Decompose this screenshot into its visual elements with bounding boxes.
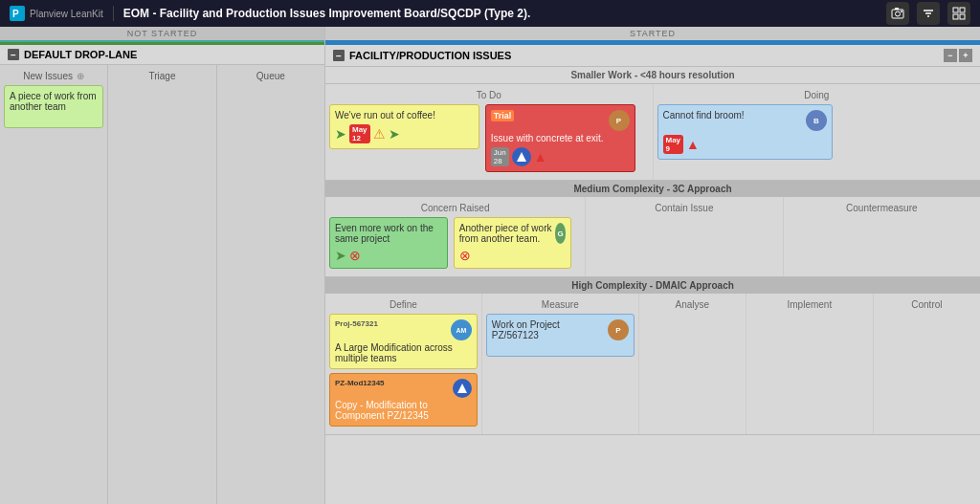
triage-header: Triage bbox=[112, 69, 212, 85]
card-work-avatar: P bbox=[608, 319, 629, 340]
svg-rect-9 bbox=[953, 8, 958, 12]
up-chevron-icon2: ▲ bbox=[686, 137, 700, 152]
implement-sublane: Implement bbox=[746, 294, 874, 434]
header-icons bbox=[886, 2, 970, 25]
card-trial-concrete[interactable]: Trial P Issue with concrete at exit. Jun… bbox=[485, 104, 635, 172]
card-pz-id: PZ-Mod12345 bbox=[335, 379, 385, 387]
collapse-fp-btn[interactable]: − bbox=[333, 50, 345, 61]
svg-marker-14 bbox=[457, 383, 467, 393]
countermeasure-header: Countermeasure bbox=[788, 201, 976, 217]
card-trial-id: Trial bbox=[491, 110, 515, 121]
card-proj-avatar: AM bbox=[451, 319, 472, 340]
card-even-more-footer: ➤ ⊗ bbox=[335, 248, 442, 263]
fp-action-plus-btn[interactable]: + bbox=[959, 49, 972, 62]
card-pz-top: PZ-Mod12345 bbox=[335, 379, 472, 398]
card-coffee[interactable]: We've run out of coffee! ➤ May12 ⚠ ➤ bbox=[329, 104, 479, 149]
high-complexity-header: High Complexity - DMAIC Approach bbox=[325, 277, 980, 294]
warning-icon: ⚠ bbox=[373, 126, 386, 142]
card-proj-id: Proj-567321 bbox=[335, 319, 378, 328]
card-pz-text: Copy - Modification to Component PZ/1234… bbox=[335, 400, 472, 421]
concern-raised-sublane: Concern Raised Even more work on the sam… bbox=[325, 197, 586, 276]
fp-lane-title: FACILITY/PRODUCTION ISSUES bbox=[349, 50, 511, 61]
card-another-avatar: G bbox=[555, 223, 567, 244]
started-label: STARTED bbox=[325, 27, 980, 42]
svg-point-5 bbox=[901, 11, 902, 12]
card-trial-top: Trial P bbox=[491, 110, 630, 131]
arrow-green-icon: ➤ bbox=[335, 248, 346, 263]
medium-complexity-header: Medium Complexity - 3C Approach bbox=[325, 181, 980, 197]
svg-rect-4 bbox=[895, 8, 899, 10]
fp-action-minus-btn[interactable]: − bbox=[944, 49, 957, 62]
fp-content: Smaller Work - <48 hours resolution To D… bbox=[325, 67, 980, 504]
swim-lane-medium: Medium Complexity - 3C Approach Concern … bbox=[325, 181, 980, 277]
measure-sublane: Measure Work on Project PZ/567123 P bbox=[482, 294, 639, 434]
not-started-label: NOT STARTED bbox=[0, 27, 324, 42]
card-broom-footer: May9 ▲ bbox=[663, 135, 827, 154]
new-issues-lane: New Issues ⊕ A piece of work from anothe… bbox=[0, 65, 108, 504]
right-panel: STARTED − FACILITY/PRODUCTION ISSUES − +… bbox=[325, 27, 980, 504]
card-work-another-team[interactable]: A piece of work from another team bbox=[4, 85, 103, 128]
x-circle-icon2: ⊗ bbox=[459, 248, 471, 263]
arrow-right2-icon: ➤ bbox=[389, 126, 400, 142]
triage-lane: Triage bbox=[108, 65, 216, 504]
camera-icon-btn[interactable] bbox=[886, 2, 909, 25]
contain-issue-header: Contain Issue bbox=[590, 201, 778, 217]
smaller-work-sublanes: To Do We've run out of coffee! ➤ May12 ⚠… bbox=[325, 84, 980, 180]
todo-header: To Do bbox=[329, 88, 649, 104]
control-sublane: Control bbox=[874, 294, 980, 434]
card-pzmod12345[interactable]: PZ-Mod12345 Copy - Modification to Compo… bbox=[329, 373, 478, 427]
date-may12-badge: May12 bbox=[349, 124, 370, 143]
svg-text:P: P bbox=[12, 9, 19, 19]
grid-icon-btn[interactable] bbox=[947, 2, 970, 25]
card-another-top: Another piece of work from another team.… bbox=[459, 223, 567, 244]
queue-lane: Queue bbox=[217, 65, 324, 504]
filter-icon-btn[interactable] bbox=[917, 2, 940, 25]
countermeasure-sublane: Countermeasure bbox=[784, 197, 980, 276]
card-another-text: Another piece of work from another team. bbox=[459, 223, 555, 244]
left-sublanes: New Issues ⊕ A piece of work from anothe… bbox=[0, 65, 324, 504]
new-issues-add-icon[interactable]: ⊕ bbox=[77, 71, 84, 81]
card-proj-text: A Large Modification across multiple tea… bbox=[335, 342, 472, 363]
app-header: P Planview LeanKit EOM - Facility and Pr… bbox=[0, 0, 980, 27]
collapse-left-btn[interactable]: − bbox=[8, 49, 19, 60]
control-header: Control bbox=[878, 297, 976, 314]
medium-sublanes: Concern Raised Even more work on the sam… bbox=[325, 197, 980, 276]
card-proj-top: Proj-567321 AM bbox=[335, 319, 472, 340]
camera-icon bbox=[891, 7, 904, 20]
card-another-piece[interactable]: Another piece of work from another team.… bbox=[454, 217, 572, 269]
card-trial-footer: Jun28 ▲ bbox=[491, 147, 630, 166]
card-proj567321[interactable]: Proj-567321 AM A Large Modification acro… bbox=[329, 314, 478, 369]
swim-lane-smaller-work: Smaller Work - <48 hours resolution To D… bbox=[325, 67, 980, 181]
filter-icon bbox=[922, 7, 935, 20]
card-even-more-work[interactable]: Even more work on the same project ➤ ⊗ bbox=[329, 217, 448, 269]
doing-sublane: Doing Cannot find broom! B May9 ▲ bbox=[654, 84, 981, 180]
card-another-footer: ⊗ bbox=[459, 248, 567, 263]
card-broom[interactable]: Cannot find broom! B May9 ▲ bbox=[657, 104, 833, 160]
card-trial-badge-blue bbox=[512, 147, 531, 166]
queue-header: Queue bbox=[221, 69, 321, 85]
card-work-project[interactable]: Work on Project PZ/567123 P bbox=[486, 314, 635, 357]
card-pz-avatar bbox=[453, 379, 472, 398]
fp-title-bar: − FACILITY/PRODUCTION ISSUES − + bbox=[325, 45, 980, 67]
define-header: Define bbox=[329, 297, 478, 314]
card-trial-avatar: P bbox=[609, 110, 630, 131]
doing-header: Doing bbox=[657, 88, 977, 104]
todo-sublane: To Do We've run out of coffee! ➤ May12 ⚠… bbox=[325, 84, 654, 180]
app-title: EOM - Facility and Production Issues Imp… bbox=[123, 7, 877, 20]
card-coffee-footer: ➤ May12 ⚠ ➤ bbox=[335, 124, 474, 143]
planview-logo-icon: P bbox=[10, 6, 25, 21]
left-panel: NOT STARTED − DEFAULT DROP-LANE New Issu… bbox=[0, 27, 325, 504]
swim-lane-high: High Complexity - DMAIC Approach Define … bbox=[325, 277, 980, 435]
new-issues-header: New Issues ⊕ bbox=[4, 69, 103, 85]
concern-raised-header: Concern Raised bbox=[329, 201, 581, 217]
svg-rect-12 bbox=[960, 14, 965, 19]
arrow-right-icon: ➤ bbox=[335, 126, 346, 142]
x-circle-icon: ⊗ bbox=[349, 248, 361, 263]
card-broom-top: Cannot find broom! B bbox=[663, 110, 827, 131]
card-broom-text: Cannot find broom! bbox=[663, 110, 745, 121]
implement-header: Implement bbox=[750, 297, 869, 314]
card-coffee-text: We've run out of coffee! bbox=[335, 110, 474, 121]
logo-text: Planview LeanKit bbox=[30, 9, 103, 19]
analyse-header: Analyse bbox=[643, 297, 742, 314]
card-broom-avatar: B bbox=[806, 110, 827, 131]
